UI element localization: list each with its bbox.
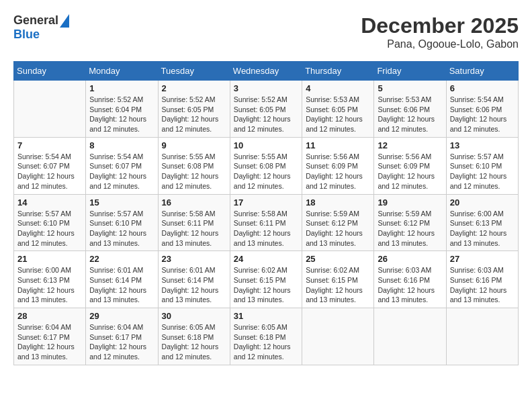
calendar-cell: 21Sunrise: 6:00 AM Sunset: 6:13 PM Dayli…: [14, 251, 86, 308]
day-number: 18: [306, 197, 370, 208]
day-info: Sunrise: 5:55 AM Sunset: 6:08 PM Dayligh…: [162, 152, 226, 191]
day-number: 6: [450, 83, 515, 93]
calendar-cell: 23Sunrise: 6:01 AM Sunset: 6:14 PM Dayli…: [158, 251, 230, 308]
day-number: 1: [89, 83, 154, 93]
day-number: 10: [234, 140, 298, 150]
page-header: General Blue December 2025 Pana, Ogooue-…: [13, 13, 519, 50]
day-info: Sunrise: 5:53 AM Sunset: 6:06 PM Dayligh…: [378, 95, 442, 134]
day-info: Sunrise: 5:53 AM Sunset: 6:05 PM Dayligh…: [306, 95, 370, 134]
day-info: Sunrise: 6:05 AM Sunset: 6:18 PM Dayligh…: [162, 322, 226, 362]
calendar-cell: [374, 308, 446, 365]
day-number: 25: [306, 254, 370, 264]
day-info: Sunrise: 5:55 AM Sunset: 6:08 PM Dayligh…: [234, 152, 298, 191]
calendar-day-header: Thursday: [302, 62, 374, 81]
day-number: 13: [450, 140, 515, 150]
day-number: 22: [89, 254, 154, 264]
day-info: Sunrise: 5:56 AM Sunset: 6:09 PM Dayligh…: [378, 152, 442, 191]
day-number: 30: [162, 311, 226, 321]
calendar-body: 1Sunrise: 5:52 AM Sunset: 6:04 PM Daylig…: [14, 81, 519, 365]
day-info: Sunrise: 5:59 AM Sunset: 6:12 PM Dayligh…: [378, 209, 442, 248]
page-title: December 2025: [361, 13, 519, 38]
calendar-cell: 14Sunrise: 5:57 AM Sunset: 6:10 PM Dayli…: [14, 194, 86, 251]
calendar-cell: 9Sunrise: 5:55 AM Sunset: 6:08 PM Daylig…: [158, 137, 230, 194]
day-info: Sunrise: 6:00 AM Sunset: 6:13 PM Dayligh…: [450, 209, 515, 248]
day-number: 15: [89, 197, 154, 208]
day-number: 31: [234, 311, 298, 321]
day-number: 28: [17, 311, 82, 321]
day-info: Sunrise: 6:03 AM Sunset: 6:16 PM Dayligh…: [450, 265, 515, 305]
logo: General Blue: [13, 13, 69, 42]
calendar-week-row: 7Sunrise: 5:54 AM Sunset: 6:07 PM Daylig…: [14, 137, 519, 194]
day-number: 16: [162, 197, 226, 208]
day-number: 19: [378, 197, 442, 208]
day-number: 4: [306, 83, 370, 93]
day-info: Sunrise: 5:56 AM Sunset: 6:09 PM Dayligh…: [306, 152, 370, 191]
calendar-day-header: Saturday: [446, 62, 518, 81]
day-number: 12: [378, 140, 442, 150]
day-info: Sunrise: 5:58 AM Sunset: 6:11 PM Dayligh…: [162, 209, 226, 248]
calendar-cell: 7Sunrise: 5:54 AM Sunset: 6:07 PM Daylig…: [14, 137, 86, 194]
calendar-cell: [302, 308, 374, 365]
logo-general: General: [13, 13, 58, 28]
day-info: Sunrise: 6:02 AM Sunset: 6:15 PM Dayligh…: [234, 265, 298, 305]
calendar-cell: [446, 308, 518, 365]
day-number: 26: [378, 254, 442, 264]
day-info: Sunrise: 6:05 AM Sunset: 6:18 PM Dayligh…: [234, 322, 298, 362]
day-info: Sunrise: 5:54 AM Sunset: 6:07 PM Dayligh…: [89, 152, 154, 191]
day-info: Sunrise: 5:57 AM Sunset: 6:10 PM Dayligh…: [89, 209, 154, 248]
calendar-cell: 18Sunrise: 5:59 AM Sunset: 6:12 PM Dayli…: [302, 194, 374, 251]
calendar-cell: 24Sunrise: 6:02 AM Sunset: 6:15 PM Dayli…: [230, 251, 302, 308]
calendar-cell: 11Sunrise: 5:56 AM Sunset: 6:09 PM Dayli…: [302, 137, 374, 194]
calendar-week-row: 28Sunrise: 6:04 AM Sunset: 6:17 PM Dayli…: [14, 308, 519, 365]
day-info: Sunrise: 5:52 AM Sunset: 6:05 PM Dayligh…: [234, 95, 298, 134]
day-number: 17: [234, 197, 298, 208]
day-info: Sunrise: 5:57 AM Sunset: 6:10 PM Dayligh…: [17, 209, 82, 248]
calendar-day-header: Tuesday: [158, 62, 230, 81]
day-info: Sunrise: 6:02 AM Sunset: 6:15 PM Dayligh…: [306, 265, 370, 305]
calendar-cell: 16Sunrise: 5:58 AM Sunset: 6:11 PM Dayli…: [158, 194, 230, 251]
day-info: Sunrise: 5:52 AM Sunset: 6:05 PM Dayligh…: [162, 95, 226, 134]
calendar-cell: 8Sunrise: 5:54 AM Sunset: 6:07 PM Daylig…: [86, 137, 158, 194]
calendar-header-row: SundayMondayTuesdayWednesdayThursdayFrid…: [14, 62, 519, 81]
calendar-cell: 17Sunrise: 5:58 AM Sunset: 6:11 PM Dayli…: [230, 194, 302, 251]
day-number: 3: [234, 83, 298, 93]
day-number: 23: [162, 254, 226, 264]
day-number: 11: [306, 140, 370, 150]
day-info: Sunrise: 6:04 AM Sunset: 6:17 PM Dayligh…: [89, 322, 154, 362]
day-number: 14: [17, 197, 82, 208]
day-number: 8: [89, 140, 154, 150]
calendar-day-header: Friday: [374, 62, 446, 81]
calendar-cell: 13Sunrise: 5:57 AM Sunset: 6:10 PM Dayli…: [446, 137, 518, 194]
day-info: Sunrise: 5:54 AM Sunset: 6:06 PM Dayligh…: [450, 95, 515, 134]
svg-marker-0: [60, 14, 69, 28]
day-number: 29: [89, 311, 154, 321]
calendar-cell: 22Sunrise: 6:01 AM Sunset: 6:14 PM Dayli…: [86, 251, 158, 308]
day-info: Sunrise: 6:04 AM Sunset: 6:17 PM Dayligh…: [17, 322, 82, 362]
day-info: Sunrise: 5:57 AM Sunset: 6:10 PM Dayligh…: [450, 152, 515, 191]
day-number: 5: [378, 83, 442, 93]
calendar-cell: 4Sunrise: 5:53 AM Sunset: 6:05 PM Daylig…: [302, 81, 374, 138]
day-info: Sunrise: 6:03 AM Sunset: 6:16 PM Dayligh…: [378, 265, 442, 305]
calendar-cell: 2Sunrise: 5:52 AM Sunset: 6:05 PM Daylig…: [158, 81, 230, 138]
calendar-cell: 28Sunrise: 6:04 AM Sunset: 6:17 PM Dayli…: [14, 308, 86, 365]
calendar-cell: 12Sunrise: 5:56 AM Sunset: 6:09 PM Dayli…: [374, 137, 446, 194]
calendar-cell: 31Sunrise: 6:05 AM Sunset: 6:18 PM Dayli…: [230, 308, 302, 365]
calendar-cell: 19Sunrise: 5:59 AM Sunset: 6:12 PM Dayli…: [374, 194, 446, 251]
calendar-day-header: Sunday: [14, 62, 86, 81]
logo-blue: Blue: [13, 28, 40, 42]
day-number: 7: [17, 140, 82, 150]
calendar-cell: 29Sunrise: 6:04 AM Sunset: 6:17 PM Dayli…: [86, 308, 158, 365]
calendar-table: SundayMondayTuesdayWednesdayThursdayFrid…: [13, 61, 519, 365]
page-subtitle: Pana, Ogooue-Lolo, Gabon: [361, 38, 519, 50]
calendar-cell: 3Sunrise: 5:52 AM Sunset: 6:05 PM Daylig…: [230, 81, 302, 138]
day-number: 24: [234, 254, 298, 264]
calendar-cell: 30Sunrise: 6:05 AM Sunset: 6:18 PM Dayli…: [158, 308, 230, 365]
calendar-cell: 5Sunrise: 5:53 AM Sunset: 6:06 PM Daylig…: [374, 81, 446, 138]
calendar-cell: 6Sunrise: 5:54 AM Sunset: 6:06 PM Daylig…: [446, 81, 518, 138]
calendar-cell: 27Sunrise: 6:03 AM Sunset: 6:16 PM Dayli…: [446, 251, 518, 308]
calendar-cell: 10Sunrise: 5:55 AM Sunset: 6:08 PM Dayli…: [230, 137, 302, 194]
day-info: Sunrise: 5:59 AM Sunset: 6:12 PM Dayligh…: [306, 209, 370, 248]
title-block: December 2025 Pana, Ogooue-Lolo, Gabon: [361, 13, 519, 50]
day-info: Sunrise: 6:01 AM Sunset: 6:14 PM Dayligh…: [162, 265, 226, 305]
calendar-cell: 25Sunrise: 6:02 AM Sunset: 6:15 PM Dayli…: [302, 251, 374, 308]
